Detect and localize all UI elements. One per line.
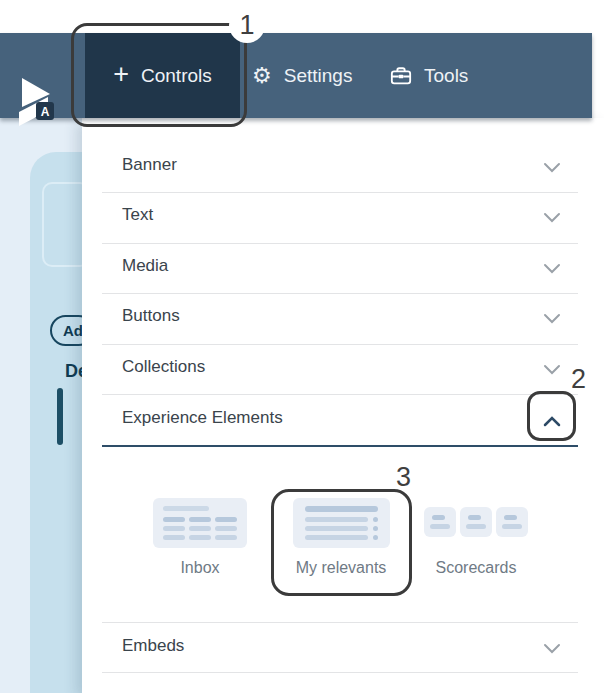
annotation-box-1 <box>71 23 247 127</box>
app-window: Ad De A + Controls ⚙ Settings Tools <box>0 0 604 693</box>
chevron-down-icon[interactable] <box>543 162 561 174</box>
text-cursor-bar <box>57 388 63 445</box>
annotation-circle-1: 1 <box>229 7 265 43</box>
chevron-down-icon[interactable] <box>543 643 561 655</box>
controls-dropdown-panel: Banner Text Media Buttons Collections Ex… <box>82 118 604 693</box>
divider <box>102 672 578 673</box>
accordion-label-banner: Banner <box>122 155 452 179</box>
accordion-label-text: Text <box>122 205 452 229</box>
gear-icon: ⚙ <box>252 65 272 87</box>
annotation-box-3 <box>271 489 412 596</box>
chevron-down-icon[interactable] <box>543 364 561 376</box>
experience-item-scorecards-label[interactable]: Scorecards <box>406 559 546 581</box>
experience-item-inbox-icon[interactable] <box>153 498 247 548</box>
experience-item-scorecards-icon[interactable] <box>496 507 528 537</box>
tab-settings-label: Settings <box>284 65 353 87</box>
section-divider-dark <box>102 445 578 447</box>
annotation-number-1: 1 <box>239 12 254 39</box>
tab-tools[interactable]: Tools <box>390 33 468 118</box>
accordion-label-experience-elements: Experience Elements <box>122 408 452 432</box>
accordion-label-buttons: Buttons <box>122 306 452 330</box>
app-logo-icon: A <box>9 76 59 136</box>
chevron-down-icon[interactable] <box>543 263 561 275</box>
accordion-label-collections: Collections <box>122 357 452 381</box>
chevron-down-icon[interactable] <box>543 212 561 224</box>
toolbox-icon <box>390 65 412 87</box>
tab-tools-label: Tools <box>424 65 468 87</box>
accordion-label-media: Media <box>122 256 452 280</box>
annotation-number-3: 3 <box>396 464 411 491</box>
experience-item-scorecards-icon[interactable] <box>424 507 456 537</box>
annotation-box-2 <box>527 391 576 441</box>
annotation-number-2: 2 <box>571 366 586 393</box>
add-button-label: Ad <box>63 322 83 339</box>
tab-settings[interactable]: ⚙ Settings <box>252 33 352 118</box>
accordion-label-embeds: Embeds <box>122 636 452 660</box>
experience-item-inbox-label[interactable]: Inbox <box>150 559 250 581</box>
chevron-down-icon[interactable] <box>543 313 561 325</box>
experience-item-scorecards-icon[interactable] <box>460 507 492 537</box>
svg-text:A: A <box>41 105 50 119</box>
